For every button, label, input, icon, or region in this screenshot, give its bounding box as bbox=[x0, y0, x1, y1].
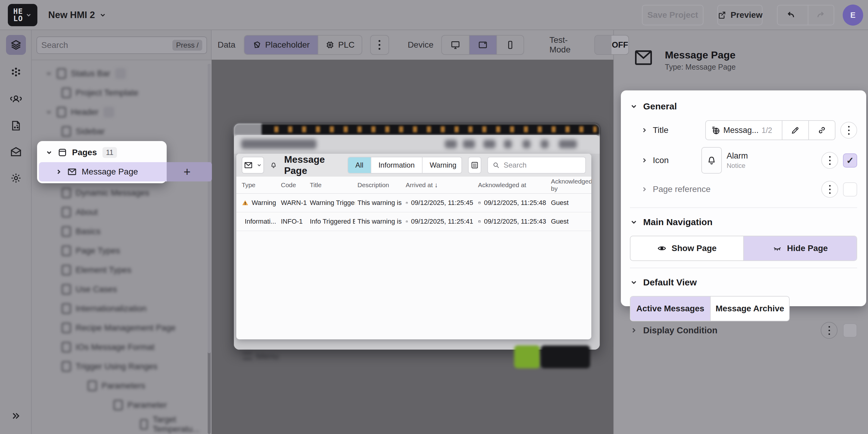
page-reference-checkbox[interactable] bbox=[843, 182, 857, 196]
count-badge bbox=[115, 68, 126, 79]
col-type[interactable]: Type bbox=[236, 177, 278, 193]
chevron-right-icon[interactable] bbox=[630, 327, 638, 334]
tab-all[interactable]: All bbox=[348, 157, 371, 173]
message-search-input[interactable]: Search bbox=[487, 157, 586, 174]
tree-item-header[interactable]: Header bbox=[32, 102, 212, 122]
test-mode-toggle[interactable]: OFF bbox=[594, 35, 629, 55]
message-page-panel: Message Page All Information Warning Err… bbox=[236, 154, 591, 339]
title-value-field[interactable]: Messag... 1/2 bbox=[706, 121, 782, 140]
redo-button[interactable] bbox=[808, 5, 834, 25]
column-settings-button[interactable] bbox=[468, 157, 481, 174]
show-page-option[interactable]: Show Page bbox=[630, 236, 743, 260]
col-title[interactable]: Title bbox=[307, 177, 355, 193]
rail-settings-tab[interactable] bbox=[6, 168, 26, 188]
col-arrived-at[interactable]: Arrived at ↓ bbox=[403, 177, 475, 193]
device-phone-option[interactable] bbox=[496, 36, 524, 54]
kebab-icon bbox=[829, 326, 830, 335]
add-page-button[interactable]: + bbox=[184, 166, 190, 178]
user-avatar[interactable]: E bbox=[843, 4, 863, 26]
hmi-editor-app: HE LO New HMI 2 Save Project Preview E bbox=[0, 0, 868, 434]
title-options-button[interactable] bbox=[840, 122, 857, 138]
device-desktop-option[interactable] bbox=[442, 36, 469, 54]
blurred-dark-action-button[interactable] bbox=[541, 345, 590, 368]
save-project-button[interactable]: Save Project bbox=[642, 5, 704, 25]
undo-button[interactable] bbox=[778, 5, 804, 25]
blurred-toolbar-icon bbox=[523, 140, 530, 148]
section-default-view[interactable]: Default View bbox=[630, 273, 857, 292]
section-general[interactable]: General bbox=[630, 97, 857, 116]
preview-menu-button[interactable]: Menu bbox=[243, 351, 279, 361]
icon-options-button[interactable] bbox=[821, 152, 838, 169]
edit-title-button[interactable] bbox=[782, 121, 808, 140]
expand-sidebar-button[interactable] bbox=[7, 407, 25, 425]
hide-page-option[interactable]: Hide Page bbox=[743, 236, 857, 260]
page-icon bbox=[57, 68, 66, 79]
icon-meta: Alarm Notice bbox=[727, 151, 748, 170]
tree-item-basics[interactable]: Basics bbox=[32, 222, 212, 241]
display-condition-checkbox[interactable] bbox=[843, 323, 857, 338]
tree-item-internationalization[interactable]: Internationalization bbox=[32, 299, 212, 318]
tree-item-sidebar[interactable]: Sidebar bbox=[32, 122, 212, 141]
project-name-dropdown[interactable]: New HMI 2 bbox=[48, 0, 106, 30]
table-row-warning[interactable]: Warning WARN-1 Warning Trigger... This w… bbox=[236, 193, 591, 212]
double-chevron-right-icon bbox=[10, 411, 21, 421]
tree-item-use-cases[interactable]: Use Cases bbox=[32, 280, 212, 299]
rail-users-tab[interactable] bbox=[6, 89, 26, 109]
device-tablet-option[interactable] bbox=[469, 36, 496, 54]
link-title-button[interactable] bbox=[808, 121, 835, 140]
tree-item-status-bar[interactable]: Status Bar bbox=[32, 64, 212, 83]
blurred-green-action-button[interactable] bbox=[514, 345, 540, 368]
preview-status-bar bbox=[234, 124, 600, 135]
rail-messages-tab[interactable] bbox=[6, 142, 26, 162]
table-row-information[interactable]: Informati... INFO-1 Info Triggered B... … bbox=[236, 212, 591, 231]
tree-item-recipe-management[interactable]: Recipe Management Page bbox=[32, 318, 212, 338]
scrollbar-thumb[interactable] bbox=[208, 64, 211, 353]
tree-item-parameters[interactable]: Parameters bbox=[32, 376, 212, 396]
rail-components-tab[interactable] bbox=[6, 62, 26, 82]
chevron-down-icon bbox=[630, 218, 638, 226]
page-reference-options-button[interactable] bbox=[821, 181, 838, 198]
tree-search-input[interactable]: Search Press / bbox=[36, 36, 207, 54]
message-type-dropdown[interactable] bbox=[242, 157, 264, 174]
tab-warning[interactable]: Warning bbox=[422, 157, 462, 173]
tab-information[interactable]: Information bbox=[371, 157, 422, 173]
tree-item-target-temperature[interactable]: Target Temperatu... bbox=[32, 415, 212, 434]
rail-pages-tab[interactable] bbox=[6, 35, 26, 55]
col-acknowledged-at[interactable]: Acknowledged at bbox=[475, 177, 549, 193]
kebab-icon bbox=[378, 40, 380, 50]
section-main-navigation[interactable]: Main Navigation bbox=[630, 213, 857, 231]
placeholder-data-icon bbox=[253, 40, 261, 50]
sidebar-scrollbar[interactable] bbox=[208, 64, 211, 434]
chevron-right-icon[interactable] bbox=[641, 157, 648, 164]
icon-enabled-checkbox[interactable]: ✓ bbox=[843, 153, 857, 167]
tree-item-project-template[interactable]: Project Template bbox=[32, 83, 212, 102]
data-plc-option[interactable]: PLC bbox=[318, 36, 362, 54]
icon-preview-box[interactable] bbox=[701, 147, 722, 174]
tree-item-ios-message-format[interactable]: IOs Message Format bbox=[32, 338, 212, 357]
tree-item-parameter[interactable]: Parameter bbox=[32, 396, 212, 415]
tree-item-trigger-using-ranges[interactable]: Trigger Using Ranges bbox=[32, 357, 212, 376]
page-tree-sidebar: Search Press / Status Bar Project Templa… bbox=[32, 30, 212, 434]
col-description[interactable]: Description bbox=[355, 177, 403, 193]
display-condition-options-button[interactable] bbox=[821, 322, 838, 339]
preview-button[interactable]: Preview bbox=[717, 5, 763, 25]
blurred-toolbar-icon bbox=[484, 140, 495, 148]
tree-item-page-types[interactable]: Page Types bbox=[32, 241, 212, 260]
data-source-toggle: Placeholder PLC bbox=[244, 35, 362, 55]
rail-assets-tab[interactable] bbox=[6, 116, 26, 135]
message-archive-option[interactable]: Message Archive bbox=[710, 297, 789, 321]
chevron-right-icon[interactable] bbox=[641, 186, 648, 193]
col-code[interactable]: Code bbox=[278, 177, 307, 193]
tree-item-dynamic-messages[interactable]: Dynamic Messages bbox=[32, 183, 212, 203]
chevron-right-icon[interactable] bbox=[641, 127, 648, 134]
active-messages-option[interactable]: Active Messages bbox=[630, 297, 710, 321]
tree-group-pages[interactable]: Pages 11 bbox=[37, 143, 167, 162]
data-placeholder-option[interactable]: Placeholder bbox=[244, 36, 318, 54]
tree-item-about[interactable]: About bbox=[32, 203, 212, 222]
canvas-options-menu-button[interactable] bbox=[370, 35, 389, 55]
tree-item-message-page[interactable]: Message Page + bbox=[39, 162, 167, 181]
menu-label: Menu bbox=[256, 351, 279, 361]
app-logo-menu[interactable]: HE LO bbox=[8, 4, 37, 26]
col-acknowledged-by[interactable]: Acknowledged by bbox=[549, 177, 591, 193]
tree-item-element-types[interactable]: Element Types bbox=[32, 260, 212, 280]
